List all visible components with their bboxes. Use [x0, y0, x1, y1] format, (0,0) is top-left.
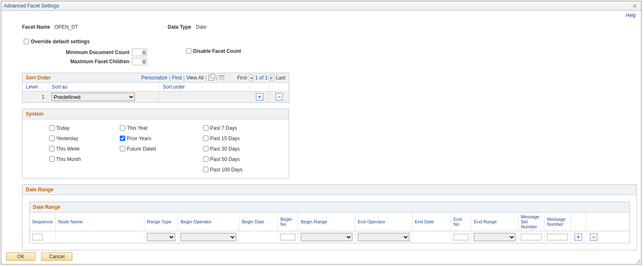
past-15-label: Past 15 Days [210, 136, 240, 141]
end-operator-select[interactable] [358, 233, 409, 241]
date-range-outer-title: Date Range [22, 185, 637, 195]
past-50-checkbox[interactable] [203, 156, 208, 162]
date-range-columns: Sequence Node Name Range Type Begin Oper… [30, 213, 629, 231]
sort-order-header: Sort Order Personalize | Find | View All… [22, 73, 289, 83]
zoom-icon[interactable] [208, 75, 214, 81]
min-doc-count-label: Minimum Document Count [66, 49, 129, 55]
col-begin-date[interactable]: Begin Date [239, 213, 278, 231]
dialog-window: Advanced Facet Settings ✕ Help Facet Nam… [1, 1, 642, 265]
past-30-checkbox[interactable] [203, 146, 208, 151]
yesterday-label: Yesterday [56, 136, 78, 141]
col-node-name[interactable]: Node Name [56, 213, 144, 231]
begin-operator-select[interactable] [181, 233, 236, 241]
col-end-date[interactable]: End Date [412, 213, 451, 231]
sort-row-level: 1 [22, 93, 48, 101]
begin-date-cell [239, 235, 278, 239]
content-area: Facet Name OPEN_DT Data Type Date Overri… [1, 18, 641, 250]
max-children-label: Maximum Facet Children [70, 59, 129, 64]
resize-grip-icon[interactable] [635, 258, 640, 263]
next-page-icon[interactable]: ▶ [268, 74, 275, 81]
past-50-label: Past 50 Days [210, 156, 240, 162]
data-type-label: Data Type [168, 24, 193, 30]
sort-order-title: Sort Order [26, 75, 51, 81]
future-dated-checkbox[interactable] [120, 146, 125, 151]
col-begin-range[interactable]: Begin Range [298, 213, 355, 231]
page-info: 1 of 1 [255, 75, 268, 81]
find-link[interactable]: Find [172, 75, 181, 81]
col-end-no[interactable]: End No [451, 213, 471, 231]
this-year-checkbox[interactable] [120, 125, 125, 131]
this-week-checkbox[interactable] [49, 146, 54, 151]
facet-name-label: Facet Name [22, 24, 52, 30]
facet-name-value: OPEN_DT [54, 24, 78, 30]
cancel-button[interactable]: Cancel [41, 252, 72, 261]
col-level: Level [22, 83, 48, 91]
personalize-link[interactable]: Personalize [141, 75, 168, 81]
sort-columns: Level Sort as Sort order [22, 83, 289, 91]
ok-button[interactable]: OK [6, 252, 35, 261]
window-title: Advanced Facet Settings [4, 3, 59, 9]
this-year-label: This Year [127, 125, 148, 131]
max-children-input[interactable] [132, 58, 147, 65]
help-link[interactable]: Help [626, 12, 636, 18]
col-range-type[interactable]: Range Type [144, 213, 178, 231]
past-100-checkbox[interactable] [203, 167, 208, 172]
override-default-checkbox[interactable] [24, 39, 29, 44]
this-week-label: This Week [56, 146, 79, 152]
sequence-input[interactable] [32, 234, 43, 240]
date-range-row: + − [30, 231, 629, 243]
col-end-operator[interactable]: End Operator [355, 213, 412, 231]
col-sort-order: Sort order [159, 83, 250, 91]
col-msg-number[interactable]: Message Number [545, 213, 571, 231]
prior-years-checkbox[interactable] [120, 136, 125, 141]
last-label: Last [276, 75, 285, 81]
past-7-checkbox[interactable] [203, 125, 208, 131]
delete-row-button[interactable]: − [275, 93, 283, 101]
col-sequence[interactable]: Sequence [30, 213, 56, 231]
col-end-range[interactable]: End Range [471, 213, 518, 231]
top-fields: Facet Name OPEN_DT Data Type Date [22, 22, 620, 32]
end-range-select[interactable] [474, 233, 515, 241]
begin-range-select[interactable] [301, 233, 352, 241]
system-title: System [22, 109, 289, 119]
close-icon[interactable]: ✕ [631, 3, 639, 9]
footer-buttons: OK Cancel [6, 252, 72, 261]
range-delete-button[interactable]: − [590, 233, 597, 241]
begin-no-input[interactable] [280, 234, 295, 240]
download-grid-icon[interactable] [219, 75, 225, 80]
sort-as-select[interactable]: Predefined [52, 93, 135, 101]
override-default-label: Override default settings [31, 39, 89, 44]
col-begin-no[interactable]: Begin No [278, 213, 298, 231]
prior-years-label: Prior Years [127, 136, 151, 141]
col-sort-as: Sort as [48, 83, 159, 91]
view-all-text: View All [186, 75, 204, 81]
msg-num-input[interactable] [547, 234, 568, 240]
msg-set-input[interactable] [521, 234, 542, 240]
today-checkbox[interactable] [49, 125, 54, 131]
prev-page-icon[interactable]: ◀ [248, 74, 254, 81]
range-add-button[interactable]: + [575, 233, 582, 241]
this-month-label: This Month [56, 156, 81, 162]
end-no-input[interactable] [453, 234, 468, 240]
col-begin-operator[interactable]: Begin Operator [178, 213, 239, 231]
range-type-select[interactable] [147, 233, 175, 241]
col-msg-set-number[interactable]: Message Set Number [518, 213, 545, 231]
date-range-grid: Date Range Sequence Node Name Range Type… [29, 202, 630, 243]
system-section: System Today Yesterday This Week This Mo… [22, 109, 289, 178]
today-label: Today [56, 125, 69, 131]
this-month-checkbox[interactable] [49, 156, 54, 162]
date-range-inner-title: Date Range [30, 202, 629, 213]
add-row-button[interactable]: + [256, 93, 263, 101]
yesterday-checkbox[interactable] [49, 136, 54, 141]
sort-order-grid: Sort Order Personalize | Find | View All… [22, 73, 289, 103]
past-30-label: Past 30 Days [210, 146, 240, 152]
help-row: Help [1, 11, 641, 18]
past-15-checkbox[interactable] [203, 136, 208, 141]
min-doc-count-input[interactable] [132, 49, 147, 56]
date-range-section: Date Range Date Range Sequence Node Name… [22, 184, 637, 250]
future-dated-label: Future Dated [127, 146, 156, 152]
node-name-cell [56, 235, 144, 239]
first-label: First [237, 75, 247, 81]
title-bar: Advanced Facet Settings ✕ [1, 1, 641, 11]
disable-facet-count-checkbox[interactable] [186, 48, 191, 54]
